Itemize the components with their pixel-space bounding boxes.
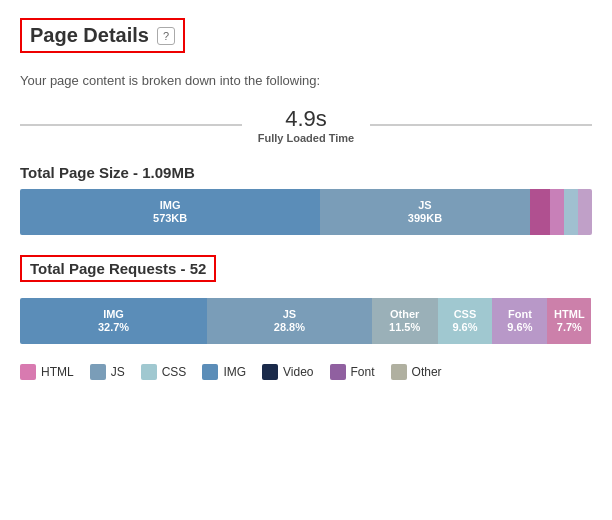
legend-item-other: Other	[391, 364, 442, 380]
legend-label-other: Other	[412, 365, 442, 379]
loaded-center: 4.9s Fully Loaded Time	[242, 106, 370, 144]
loaded-line-left	[20, 124, 242, 126]
page-requests-section: Total Page Requests - 52 IMG32.7%JS28.8%…	[20, 255, 592, 344]
loaded-line-right	[370, 124, 592, 126]
legend-item-html: HTML	[20, 364, 74, 380]
legend-swatch-html	[20, 364, 36, 380]
page-size-segment-0: IMG573KB	[20, 189, 320, 235]
help-icon[interactable]: ?	[157, 27, 175, 45]
legend-label-video: Video	[283, 365, 313, 379]
subtitle: Your page content is broken down into th…	[20, 73, 592, 88]
page-requests-segment-3: CSS9.6%	[438, 298, 493, 344]
page-size-bar: IMG573KBJS399KB	[20, 189, 592, 235]
page-requests-title: Total Page Requests - 52	[20, 255, 216, 282]
page-requests-bar: IMG32.7%JS28.8%Other11.5%CSS9.6%Font9.6%…	[20, 298, 592, 344]
legend-label-css: CSS	[162, 365, 187, 379]
page-size-segment-5	[578, 189, 592, 235]
legend-label-html: HTML	[41, 365, 74, 379]
page-size-segment-4	[564, 189, 578, 235]
page-size-segment-3	[550, 189, 564, 235]
page-requests-segment-2: Other11.5%	[372, 298, 438, 344]
legend-swatch-js	[90, 364, 106, 380]
page-title-box: Page Details ?	[20, 18, 185, 53]
legend-swatch-font	[330, 364, 346, 380]
legend-item-img: IMG	[202, 364, 246, 380]
loaded-time-section: 4.9s Fully Loaded Time	[20, 106, 592, 144]
loaded-value: 4.9s	[258, 106, 354, 132]
page-size-segment-2	[530, 189, 550, 235]
legend-label-img: IMG	[223, 365, 246, 379]
legend-swatch-video	[262, 364, 278, 380]
legend-swatch-img	[202, 364, 218, 380]
page-size-section: Total Page Size - 1.09MB IMG573KBJS399KB	[20, 164, 592, 235]
legend-swatch-other	[391, 364, 407, 380]
loaded-label: Fully Loaded Time	[258, 132, 354, 144]
legend-item-css: CSS	[141, 364, 187, 380]
page-requests-segment-4: Font9.6%	[492, 298, 547, 344]
legend-item-font: Font	[330, 364, 375, 380]
page-size-title: Total Page Size - 1.09MB	[20, 164, 592, 181]
legend-label-js: JS	[111, 365, 125, 379]
legend-swatch-css	[141, 364, 157, 380]
legend-item-video: Video	[262, 364, 313, 380]
page-title: Page Details	[30, 24, 149, 47]
page-requests-segment-5: HTML7.7%	[547, 298, 591, 344]
legend-item-js: JS	[90, 364, 125, 380]
page-requests-segment-0: IMG32.7%	[20, 298, 207, 344]
legend: HTML JS CSS IMG Video Font Other	[20, 364, 592, 380]
page-size-segment-1: JS399KB	[320, 189, 529, 235]
page-requests-segment-1: JS28.8%	[207, 298, 372, 344]
legend-label-font: Font	[351, 365, 375, 379]
